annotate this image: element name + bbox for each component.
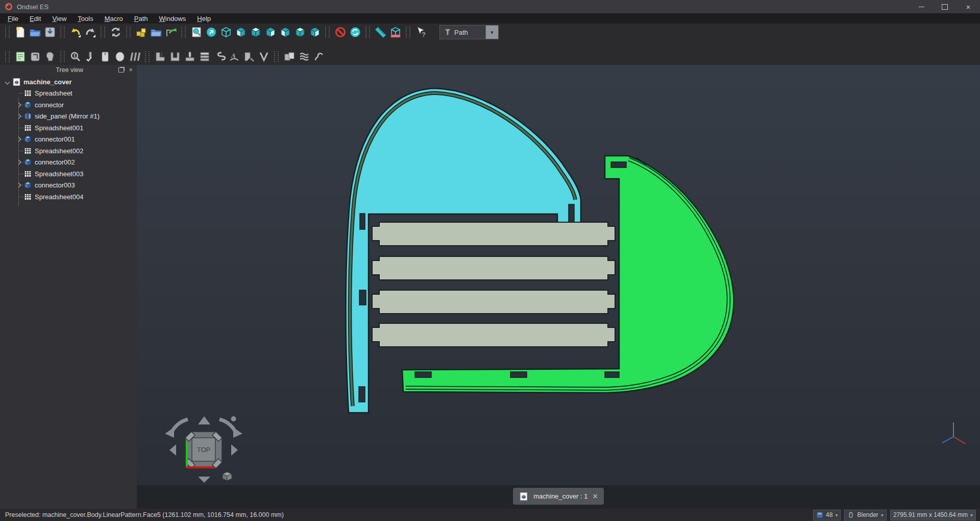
link-export-button[interactable] — [163, 25, 178, 39]
maximize-button[interactable] — [933, 0, 957, 13]
crossbar-2[interactable] — [372, 256, 615, 280]
measure-button[interactable] — [373, 25, 388, 39]
cam-postprocess-button[interactable] — [28, 50, 42, 64]
fit-all-button[interactable] — [189, 25, 204, 39]
cam-array-button[interactable] — [282, 50, 297, 64]
cam-deburr-button[interactable] — [241, 50, 256, 64]
cad-model-canvas[interactable]: TOP — [137, 65, 980, 485]
toolbar-handle[interactable] — [60, 27, 65, 38]
mini-cube-icon[interactable] — [223, 472, 232, 481]
view-front-button[interactable] — [233, 25, 248, 39]
cam-profile-button[interactable] — [153, 50, 167, 64]
link-folder-button[interactable] — [149, 25, 163, 39]
whats-this-button[interactable]: ? — [413, 25, 428, 39]
fit-selection-button[interactable] — [204, 25, 218, 39]
tab-close-icon[interactable]: × — [593, 492, 597, 501]
view-rear-button[interactable] — [278, 25, 292, 39]
redo-button[interactable] — [83, 25, 97, 39]
nav-dot[interactable] — [231, 416, 236, 421]
tree-item-connector003[interactable]: connector003 — [0, 180, 137, 192]
toolbar-handle[interactable] — [60, 51, 65, 62]
cam-inspect-button[interactable] — [42, 50, 57, 64]
clipping-toggle-button[interactable] — [388, 25, 403, 39]
cam-sanity-check-button[interactable] — [83, 50, 97, 64]
float-panel-icon[interactable] — [118, 67, 124, 73]
mdi-tab-machine-cover[interactable]: machine_cover : 1 × — [513, 488, 604, 505]
minimize-button[interactable] — [910, 0, 933, 13]
cam-pocket-button[interactable] — [167, 50, 182, 64]
toolbar-handle[interactable] — [126, 27, 131, 38]
menu-help[interactable]: Help — [191, 14, 216, 23]
nav-arrow-down[interactable] — [198, 477, 210, 483]
toolbar-handle[interactable] — [5, 27, 10, 38]
navigation-cluster[interactable]: TOP — [165, 416, 242, 483]
dimension-combo[interactable]: 2795.91 mm x 1450.64 mm ▾ — [890, 510, 976, 520]
new-document-button[interactable] — [13, 25, 28, 39]
expander-down-icon[interactable] — [3, 78, 11, 86]
toolbar-handle[interactable] — [101, 27, 105, 38]
cam-helix-button[interactable] — [212, 50, 227, 64]
save-button[interactable] — [42, 25, 57, 39]
cam-tags-button[interactable] — [127, 50, 142, 64]
toolbar-handle[interactable] — [325, 27, 330, 38]
menu-path[interactable]: Path — [129, 14, 154, 23]
close-button[interactable]: × — [957, 0, 980, 13]
view-bottom-button[interactable] — [292, 25, 307, 39]
cam-face-button[interactable] — [197, 50, 212, 64]
nav-arrow-right[interactable] — [231, 444, 238, 456]
expander-right-icon[interactable] — [14, 101, 22, 109]
cam-engrave-button[interactable]: A — [227, 50, 241, 64]
tree-item-machine-cover[interactable]: machine_cover — [0, 76, 137, 88]
chevron-down-icon[interactable]: ▾ — [485, 26, 498, 39]
toolbar-handle[interactable] — [181, 27, 186, 38]
cam-shape-button[interactable] — [311, 50, 326, 64]
view-left-button[interactable] — [307, 25, 322, 39]
cam-ballend-button[interactable] — [112, 50, 127, 64]
refresh-button[interactable] — [108, 25, 123, 39]
tree-item-side-panel-mirror-1[interactable]: side_panel (Mirror #1) — [0, 111, 137, 123]
menu-view[interactable]: View — [46, 14, 72, 23]
cam-vcarve-button[interactable] — [256, 50, 271, 64]
open-folder-button[interactable] — [28, 25, 42, 39]
cam-simulator-button[interactable] — [68, 50, 83, 64]
view-right-button[interactable] — [263, 25, 278, 39]
tree-item-spreadsheet001[interactable]: Spreadsheet001 — [0, 122, 137, 134]
cam-copy-button[interactable] — [297, 50, 311, 64]
tree-item-connector002[interactable]: connector002 — [0, 157, 137, 169]
tree-item-spreadsheet[interactable]: Spreadsheet — [0, 88, 137, 100]
side-panel-left-shape[interactable] — [346, 88, 581, 413]
tree-item-spreadsheet003[interactable]: Spreadsheet003 — [0, 168, 137, 180]
menu-macro[interactable]: Macro — [99, 14, 129, 23]
view-isometric-button[interactable] — [218, 25, 233, 39]
tree-item-spreadsheet004[interactable]: Spreadsheet004 — [0, 191, 137, 203]
crossbar-4[interactable] — [372, 323, 615, 347]
nav-arrow-up[interactable] — [198, 416, 210, 424]
tree-item-connector[interactable]: connector — [0, 99, 137, 111]
viewport-3d[interactable]: TOP — [137, 65, 980, 485]
view-sync-button[interactable] — [348, 25, 362, 39]
view-top-button[interactable] — [248, 25, 263, 39]
cam-job-button[interactable] — [13, 50, 28, 64]
menu-edit[interactable]: Edit — [24, 14, 46, 23]
menu-file[interactable]: File — [2, 14, 24, 23]
menu-windows[interactable]: Windows — [154, 14, 192, 23]
draw-style-button[interactable] — [333, 25, 348, 39]
tree-item-spreadsheet002[interactable]: Spreadsheet002 — [0, 145, 137, 157]
crossbar-3[interactable] — [372, 290, 615, 314]
toolbar-handle[interactable] — [145, 51, 150, 62]
crossbar-1[interactable] — [372, 222, 615, 246]
toolbar-handle[interactable] — [274, 51, 279, 62]
link-make-button[interactable] — [134, 25, 149, 39]
toolbar-handle[interactable] — [406, 27, 410, 38]
toolbar-handle[interactable] — [365, 27, 370, 38]
undo-button[interactable] — [68, 25, 83, 39]
navigation-style-combo[interactable]: Blender ▾ — [844, 510, 886, 520]
menu-tools[interactable]: Tools — [72, 14, 99, 23]
nav-arrow-left[interactable] — [169, 444, 176, 456]
workbench-selector[interactable]: Path ▾ — [439, 25, 499, 39]
selection-size-combo[interactable]: 48 ▾ — [813, 510, 841, 520]
toolbar-handle[interactable] — [5, 51, 10, 62]
cam-drilling-button[interactable] — [182, 50, 197, 64]
cam-toolbit-dock-button[interactable] — [97, 50, 112, 64]
tree-item-connector001[interactable]: connector001 — [0, 134, 137, 146]
